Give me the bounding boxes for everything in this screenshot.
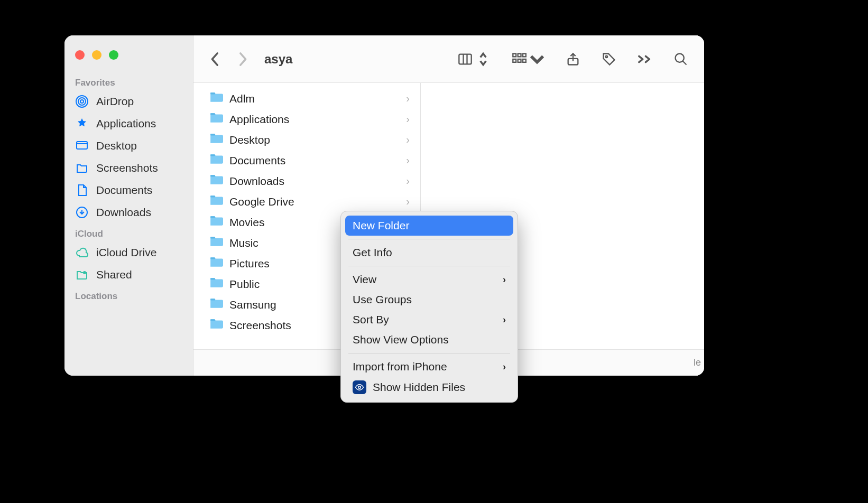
svg-rect-25 [210,195,215,197]
svg-line-19 [683,61,687,64]
sidebar-item-shared[interactable]: Shared [64,264,193,286]
svg-rect-28 [210,257,215,259]
applications-icon [75,117,89,131]
file-label: Applications [229,113,400,126]
sidebar-item-label: Screenshots [96,162,158,174]
sidebar-item-label: iCloud Drive [96,246,156,259]
back-button[interactable] [206,50,224,68]
context-menu: New FolderGet InfoView›Use GroupsSort By… [340,211,518,403]
context-menu-item[interactable]: Show View Options [345,330,513,350]
sidebar-item-applications[interactable]: Applications [64,113,193,135]
view-mode-button[interactable] [458,52,491,67]
svg-rect-15 [523,59,526,62]
zoom-window-button[interactable] [109,50,118,60]
window-title: asya [264,52,292,67]
sidebar-item-screenshots[interactable]: Screenshots [64,157,193,179]
svg-rect-7 [459,54,471,64]
minimize-window-button[interactable] [92,50,101,60]
sidebar-section-icloud-label: iCloud [64,223,193,241]
context-menu-item[interactable]: Use Groups [345,290,513,310]
folder-icon [209,194,223,209]
svg-rect-27 [210,237,215,238]
context-menu-item-label: Show View Options [353,333,449,346]
folder-icon [75,161,89,175]
menu-separator [348,266,510,266]
file-row[interactable]: Applications› [193,109,420,129]
menu-separator [348,353,510,353]
context-menu-item-label: Import from iPhone [353,360,447,373]
forward-button[interactable] [234,50,252,68]
sidebar: Favorites AirDrop Applications Desktop S… [64,35,193,376]
svg-point-0 [80,100,84,103]
file-row[interactable]: Downloads› [193,171,420,191]
svg-rect-26 [210,216,215,218]
sidebar-section-locations-label: Locations [64,286,193,304]
airdrop-icon [75,95,89,108]
chevron-right-icon: › [406,195,410,208]
svg-rect-24 [210,175,215,176]
svg-point-18 [676,53,684,62]
file-row[interactable]: Google Drive› [193,191,420,212]
chevron-right-icon: › [406,154,410,166]
file-label: Google Drive [229,195,400,208]
sidebar-item-label: Documents [96,184,152,197]
chevron-right-icon: › [503,274,506,285]
file-row[interactable]: Adlm› [193,88,420,109]
close-window-button[interactable] [75,50,85,60]
desktop-icon [75,139,89,153]
context-menu-item-label: Sort By [353,313,389,326]
menu-separator [348,239,510,239]
svg-rect-22 [210,134,215,135]
svg-rect-11 [518,53,521,57]
svg-rect-30 [210,299,215,300]
sidebar-item-airdrop[interactable]: AirDrop [64,90,193,113]
search-button[interactable] [673,52,688,67]
context-menu-item[interactable]: Sort By› [345,310,513,330]
document-icon [75,183,89,197]
svg-point-1 [78,98,86,105]
context-menu-item[interactable]: Import from iPhone› [345,357,513,377]
context-menu-item-label: Use Groups [353,293,412,306]
sidebar-item-label: Desktop [96,139,137,152]
context-menu-item[interactable]: Get Info [345,243,513,263]
svg-rect-13 [513,59,516,62]
file-row[interactable]: Desktop› [193,129,420,150]
share-button[interactable] [566,52,580,67]
more-button[interactable] [638,52,652,67]
chevron-right-icon: › [406,92,410,105]
folder-icon [209,318,223,332]
file-label: Desktop [229,134,400,146]
folder-icon [209,256,223,271]
svg-rect-29 [210,278,215,280]
sidebar-item-downloads[interactable]: Downloads [64,201,193,223]
file-label: Documents [229,154,400,167]
chevron-right-icon: › [503,314,506,325]
chevron-right-icon: › [406,175,410,187]
chevron-right-icon: › [503,361,506,372]
folder-icon [209,277,223,291]
sidebar-item-desktop[interactable]: Desktop [64,135,193,157]
folder-icon [209,236,223,250]
context-menu-item[interactable]: View› [345,269,513,290]
download-icon [75,206,89,219]
file-label: Downloads [229,175,400,188]
sidebar-item-documents[interactable]: Documents [64,179,193,201]
sidebar-item-icloud-drive[interactable]: iCloud Drive [64,241,193,264]
eye-icon [353,380,366,394]
svg-rect-21 [210,113,215,115]
svg-rect-31 [210,319,215,321]
tags-button[interactable] [602,52,616,67]
svg-rect-23 [210,154,215,156]
folder-icon [209,91,223,106]
context-menu-item[interactable]: Show Hidden Files [345,377,513,398]
file-label: Adlm [229,92,400,105]
context-menu-item[interactable]: New Folder [345,216,513,236]
folder-icon [209,174,223,188]
folder-icon [209,133,223,147]
folder-icon [209,112,223,126]
file-row[interactable]: Documents› [193,150,420,171]
group-by-button[interactable] [512,52,544,67]
svg-rect-3 [77,142,87,149]
svg-rect-20 [210,92,215,94]
context-menu-item-label: Show Hidden Files [373,381,465,394]
